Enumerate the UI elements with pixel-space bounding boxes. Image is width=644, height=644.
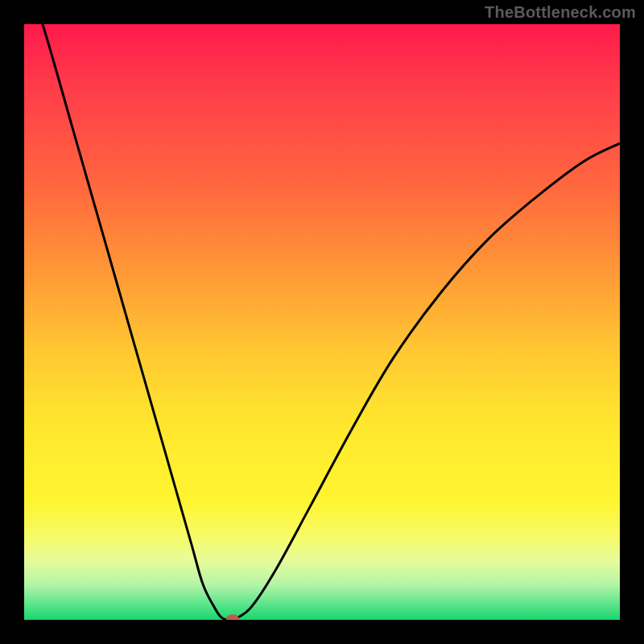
bottleneck-curve (24, 24, 620, 620)
plot-area (24, 24, 620, 620)
curve-layer (24, 24, 620, 620)
chart-stage: TheBottleneck.com (0, 0, 644, 644)
watermark-text: TheBottleneck.com (485, 3, 636, 22)
optimum-marker (226, 615, 239, 621)
